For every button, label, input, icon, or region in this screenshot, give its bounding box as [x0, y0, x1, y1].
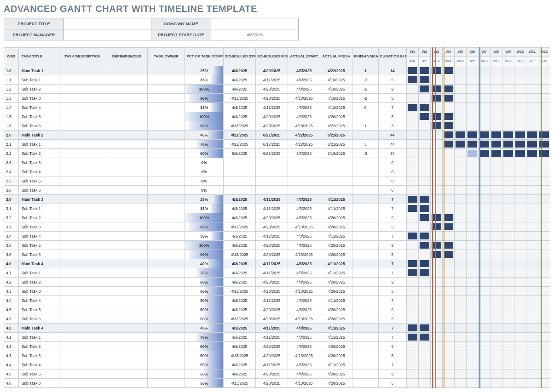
cell-task-owner[interactable] [147, 369, 185, 379]
cell-actual-finish[interactable]: 4/11/2025 [320, 268, 352, 278]
cell-wbs[interactable]: 4.3 [4, 287, 19, 296]
cell-task-desc[interactable] [59, 103, 106, 112]
cell-actual-finish[interactable]: 4/11/2025 [320, 204, 352, 213]
task-row[interactable]: 2.5Sub Task 50%0 [4, 176, 550, 186]
cell-pct-complete[interactable]: 50% [185, 305, 224, 314]
task-row[interactable]: 3.5Sub Task 5100%4/8/20254/20/20254/8/20… [4, 241, 550, 250]
cell-actual-start[interactable]: 4/22/2025 [288, 131, 320, 140]
task-row[interactable]: 3.4Sub Task 433%4/3/20254/11/20254/3/202… [4, 232, 550, 241]
cell-duration[interactable]: 8 [378, 112, 406, 121]
cell-task-owner[interactable] [147, 121, 185, 131]
cell-task-title[interactable]: Sub Task 3 [18, 94, 59, 103]
cell-wbs[interactable]: 3.3 [4, 222, 19, 232]
cell-actual-finish[interactable]: 6/19/2025 [320, 149, 352, 158]
cell-wbs[interactable]: 1.3 [4, 94, 19, 103]
cell-sched-finish[interactable]: 4/11/2025 [256, 333, 288, 342]
cell-task-owner[interactable] [147, 158, 185, 167]
cell-task-owner[interactable] [147, 213, 185, 222]
cell-pct-complete[interactable]: 90% [185, 222, 224, 232]
cell-task-title[interactable]: Main Task 2 [18, 131, 59, 140]
cell-task-title[interactable]: Sub Task 3 [18, 287, 59, 296]
cell-task-owner[interactable] [147, 241, 185, 250]
cell-wbs[interactable]: 4.0 [4, 324, 19, 333]
cell-sched-start[interactable]: 4/8/2025 [224, 305, 256, 314]
cell-pct-complete[interactable]: 25% [185, 66, 224, 75]
cell-pct-complete[interactable]: 25% [185, 195, 224, 204]
task-row[interactable]: 2.0Main Task 240%4/21/20256/21/20254/22/… [4, 131, 550, 140]
cell-task-desc[interactable] [59, 259, 106, 268]
cell-sched-finish[interactable]: 4/20/2025 [256, 94, 288, 103]
cell-wbs[interactable]: 2.0 [4, 131, 19, 140]
cell-sched-finish[interactable]: 4/11/2025 [256, 268, 288, 278]
cell-sched-start[interactable]: 4/3/2025 [224, 324, 256, 333]
cell-duration[interactable]: 9 [378, 85, 406, 94]
cell-actual-finish[interactable]: 4/11/2025 [320, 259, 352, 268]
col-week-5[interactable]: W5 [454, 48, 466, 57]
cell-pct-complete[interactable]: 40% [185, 259, 224, 268]
task-row[interactable]: 1.0Main Task 125%4/3/20254/20/20254/3/20… [4, 66, 550, 75]
col-task-owner[interactable]: TASK OWNER [147, 48, 185, 66]
cell-wbs[interactable]: 4.6 [4, 379, 19, 388]
cell-duration[interactable]: 9 [378, 213, 406, 222]
cell-pct-complete[interactable]: 50% [185, 287, 224, 296]
cell-task-desc[interactable] [59, 250, 106, 259]
cell-actual-start[interactable] [288, 176, 320, 186]
cell-task-title[interactable]: Sub Task 5 [18, 305, 59, 314]
cell-pct-complete[interactable]: 50% [185, 360, 224, 369]
cell-sched-start[interactable]: 4/3/2025 [224, 360, 256, 369]
cell-pct-complete[interactable]: 90% [185, 121, 224, 131]
cell-dependencies[interactable] [106, 149, 147, 158]
cell-variance[interactable] [352, 287, 379, 296]
cell-dependencies[interactable] [106, 66, 147, 75]
cell-sched-finish[interactable]: 6/21/2025 [256, 131, 288, 140]
cell-task-desc[interactable] [59, 186, 106, 195]
task-row[interactable]: 2.6Sub Task 60%0 [4, 186, 550, 195]
cell-task-owner[interactable] [147, 85, 185, 94]
cell-sched-finish[interactable]: 4/20/2025 [256, 351, 288, 360]
cell-pct-complete[interactable]: 60% [185, 149, 224, 158]
cell-actual-start[interactable]: 4/22/2025 [288, 140, 320, 149]
cell-task-desc[interactable] [59, 131, 106, 140]
cell-task-desc[interactable] [59, 333, 106, 342]
cell-sched-finish[interactable]: 4/11/2025 [256, 75, 288, 85]
cell-variance[interactable] [352, 222, 379, 232]
cell-sched-finish[interactable]: 6/17/2025 [256, 140, 288, 149]
cell-pct-complete[interactable]: 50% [185, 351, 224, 360]
cell-task-title[interactable]: Main Task 3 [18, 195, 59, 204]
col-week-2[interactable]: W2 [418, 48, 430, 57]
cell-task-owner[interactable] [147, 131, 185, 140]
task-row[interactable]: 4.2Sub Task 260%4/8/20254/20/20254/8/202… [4, 278, 550, 287]
cell-sched-start[interactable] [224, 186, 256, 195]
cell-task-desc[interactable] [59, 342, 106, 351]
cell-wbs[interactable]: 4.1 [4, 268, 19, 278]
cell-dependencies[interactable] [106, 112, 147, 121]
cell-wbs[interactable]: 4.0 [4, 259, 19, 268]
cell-actual-start[interactable]: 4/8/2025 [288, 305, 320, 314]
cell-duration[interactable]: 14 [378, 66, 406, 75]
cell-dependencies[interactable] [106, 176, 147, 186]
cell-task-desc[interactable] [59, 121, 106, 131]
cell-wbs[interactable]: 1.2 [4, 85, 19, 94]
cell-task-title[interactable]: Sub Task 5 [18, 369, 59, 379]
cell-pct-complete[interactable]: 0% [185, 176, 224, 186]
cell-variance[interactable] [352, 305, 379, 314]
cell-duration[interactable]: 5 [378, 287, 406, 296]
cell-task-title[interactable]: Sub Task 6 [18, 121, 59, 131]
cell-dependencies[interactable] [106, 268, 147, 278]
cell-dependencies[interactable] [106, 342, 147, 351]
cell-actual-finish[interactable]: 4/20/2025 [320, 112, 352, 121]
col-week-11[interactable]: W11 [526, 48, 538, 57]
cell-task-desc[interactable] [59, 66, 106, 75]
cell-task-desc[interactable] [59, 204, 106, 213]
cell-dependencies[interactable] [106, 369, 147, 379]
col-actual-start[interactable]: ACTUAL START [288, 48, 320, 66]
cell-duration[interactable]: 9 [378, 369, 406, 379]
cell-actual-start[interactable]: 4/3/2025 [288, 204, 320, 213]
cell-task-desc[interactable] [59, 176, 106, 186]
cell-dependencies[interactable] [106, 167, 147, 176]
cell-wbs[interactable]: 3.0 [4, 195, 19, 204]
cell-variance[interactable] [352, 195, 379, 204]
task-row[interactable]: 3.2Sub Task 2100%4/8/20254/20/20254/8/20… [4, 213, 550, 222]
cell-sched-start[interactable] [224, 158, 256, 167]
cell-actual-start[interactable]: 5/3/2025 [288, 149, 320, 158]
